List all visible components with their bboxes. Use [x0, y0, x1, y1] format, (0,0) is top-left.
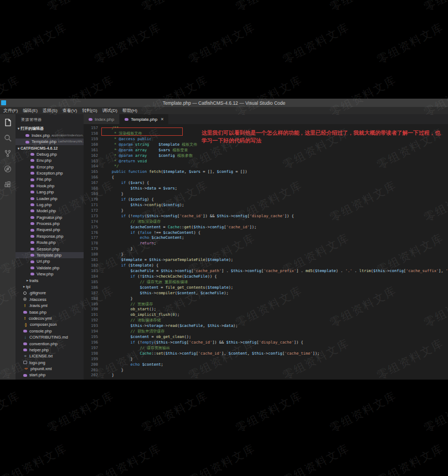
code-line[interactable]: 181 $template = $this->parseTemplateFile…: [84, 258, 448, 263]
tree-item[interactable]: Debug.php: [16, 151, 84, 157]
tree-item[interactable]: ↓CONTRIBUTING.md: [16, 334, 84, 340]
tree-item[interactable]: console.php: [16, 328, 84, 334]
code-line[interactable]: 188 }: [84, 296, 448, 302]
debug-icon[interactable]: [3, 165, 12, 173]
code-line[interactable]: 161 * @param array $vars 模板变量: [84, 148, 448, 153]
code-line[interactable]: 165 public function fetch($template, $va…: [84, 170, 448, 175]
code-line[interactable]: 197 // 缓存页面输出: [84, 346, 448, 351]
code-line[interactable]: 174 // 读取渲染缓存: [84, 219, 448, 225]
menu-item[interactable]: 查看(V): [63, 108, 78, 114]
tree-item[interactable]: Url.php: [16, 258, 84, 264]
code-line[interactable]: 194 // 获取并清空缓存: [84, 329, 448, 335]
tree-item[interactable]: base.php: [16, 309, 84, 315]
code-line[interactable]: 200 echo $content;: [84, 362, 448, 368]
open-editors-section[interactable]: ▾打开的编辑器: [16, 125, 84, 132]
tree-item[interactable]: Hook.php: [16, 183, 84, 189]
tree-item[interactable]: View.php: [16, 271, 84, 277]
tree-item[interactable]: Exception.php: [16, 170, 84, 176]
code-line[interactable]: 166 {: [84, 175, 448, 181]
tree-item[interactable]: Model.php: [16, 208, 84, 214]
code-line[interactable]: 180 }: [84, 252, 448, 258]
close-icon[interactable]: ×: [161, 116, 163, 122]
code-line[interactable]: 192 // 读取编译存储: [84, 318, 448, 324]
code-line[interactable]: 190 ob_start();: [84, 307, 448, 313]
code-line[interactable]: 195 $content = ob_get_clean();: [84, 335, 448, 340]
code-line[interactable]: 173 if (!empty($this->config['cache_id']…: [84, 214, 448, 219]
tree-item[interactable]: Request.php: [16, 227, 84, 233]
tree-item[interactable]: Env.php: [16, 157, 84, 163]
code-line[interactable]: 199 }: [84, 357, 448, 362]
code-line[interactable]: 160 * @param string $template 模板文件: [84, 142, 448, 148]
tree-item[interactable]: convention.php: [16, 341, 84, 347]
tree-item[interactable]: File.php: [16, 176, 84, 182]
source-control-icon[interactable]: [3, 149, 12, 158]
tree-item[interactable]: helper.php: [16, 347, 84, 353]
code-line[interactable]: 179 }: [84, 247, 448, 252]
code-line[interactable]: 198 Cache::set($this->config['cache_id']…: [84, 351, 448, 357]
open-editor-item[interactable]: Template.phpcatfish\library\thi...: [16, 139, 84, 145]
tree-item[interactable]: Template.php: [16, 252, 84, 258]
code-line[interactable]: 193 $this->storage->read($cacheFile, $th…: [84, 324, 448, 329]
code-line[interactable]: 177 echo $cacheContent;: [84, 236, 448, 241]
tree-item[interactable]: !.travis.yml: [16, 303, 84, 309]
tree-item[interactable]: Error.php: [16, 164, 84, 170]
explorer-icon[interactable]: [3, 118, 12, 127]
code-line[interactable]: 175 $cacheContent = Cache::get($this->co…: [84, 225, 448, 231]
menu-item[interactable]: 转到(G): [82, 108, 97, 114]
menu-item[interactable]: 文件(F): [3, 108, 18, 114]
tree-item[interactable]: Session.php: [16, 246, 84, 252]
code-line[interactable]: 191 ob_implicit_flush(0);: [84, 313, 448, 318]
code-line[interactable]: 170 if ($config) {: [84, 197, 448, 203]
code-line[interactable]: 172 }: [84, 208, 448, 214]
tree-item[interactable]: Route.php: [16, 239, 84, 245]
code-line[interactable]: 167 if ($vars) {: [84, 181, 448, 186]
tree-item[interactable]: Response.php: [16, 233, 84, 239]
tree-item[interactable]: {}composer.json: [16, 321, 84, 327]
tab-template-php[interactable]: Template.php×: [120, 114, 168, 124]
code-line[interactable]: 162 * @param array $config 模板参数: [84, 153, 448, 159]
tree-item[interactable]: Process.php: [16, 221, 84, 227]
tree-folder[interactable]: ▸tpl: [16, 284, 84, 290]
tree-item[interactable]: start.php: [16, 372, 84, 378]
code-line[interactable]: 201 }: [84, 368, 448, 373]
menu-item[interactable]: 调试(D): [102, 108, 117, 114]
code-line[interactable]: 196 if (!empty($this->config['cache_id']…: [84, 340, 448, 346]
code-line[interactable]: 163 * @return void: [84, 159, 448, 165]
code-line[interactable]: 184 if (!$this->checkCache($cacheFile)) …: [84, 274, 448, 280]
code-area[interactable]: 157 /**158 * 渲染模板文件159 * @access public1…: [84, 124, 448, 380]
tree-item[interactable]: Lang.php: [16, 189, 84, 195]
tab-index-php[interactable]: Index.php: [84, 114, 119, 124]
open-editor-item[interactable]: Index.phpapplication\index\con...: [16, 132, 84, 139]
code-line[interactable]: 169 }: [84, 192, 448, 197]
code-line[interactable]: 171 $this->config($config);: [84, 203, 448, 208]
search-icon[interactable]: [3, 134, 12, 142]
code-line[interactable]: 186 $content = file_get_contents($templa…: [84, 285, 448, 291]
tree-item[interactable]: Loader.php: [16, 196, 84, 202]
menu-item[interactable]: 选择(S): [43, 108, 58, 114]
tree-item[interactable]: Log.php: [16, 202, 84, 208]
code-line[interactable]: 176 if (false !== $cacheContent) {: [84, 231, 448, 236]
code-line[interactable]: 182 if ($template) {: [84, 263, 448, 269]
code-line[interactable]: 168 $this->data = $vars;: [84, 186, 448, 192]
tree-item[interactable]: ≡LICENSE.txt: [16, 353, 84, 359]
tree-item[interactable]: logo.png: [16, 360, 84, 366]
tree-item[interactable]: .gitignore: [16, 290, 84, 296]
menu-item[interactable]: 帮助(H): [122, 108, 137, 114]
code-line[interactable]: 159 * @access public: [84, 137, 448, 142]
menu-item[interactable]: 编辑(E): [23, 108, 38, 114]
extensions-icon[interactable]: [3, 180, 12, 189]
code-line[interactable]: 178 return;: [84, 241, 448, 247]
code-line[interactable]: 202 }: [84, 373, 448, 378]
code-line[interactable]: 183 $cacheFile = $this->config['cache_pa…: [84, 269, 448, 274]
code-line[interactable]: 189 // 页面缓存: [84, 302, 448, 308]
tree-item[interactable]: !codecov.yml: [16, 315, 84, 321]
code-line[interactable]: 185 // 缓存无效 重新模板编译: [84, 280, 448, 285]
project-root-section[interactable]: ▾CATFISHCMS-4.6.12: [16, 145, 84, 151]
tree-item[interactable]: Validate.php: [16, 265, 84, 271]
code-line[interactable]: 187 $this->compiler($content, $cacheFile…: [84, 291, 448, 296]
code-line[interactable]: 164 */: [84, 164, 448, 170]
tree-item[interactable]: Paginator.php: [16, 214, 84, 221]
tree-folder[interactable]: ▸traits: [16, 278, 84, 284]
tree-item[interactable]: .htaccess: [16, 296, 84, 303]
tree-item[interactable]: <>phpunit.xml: [16, 366, 84, 372]
